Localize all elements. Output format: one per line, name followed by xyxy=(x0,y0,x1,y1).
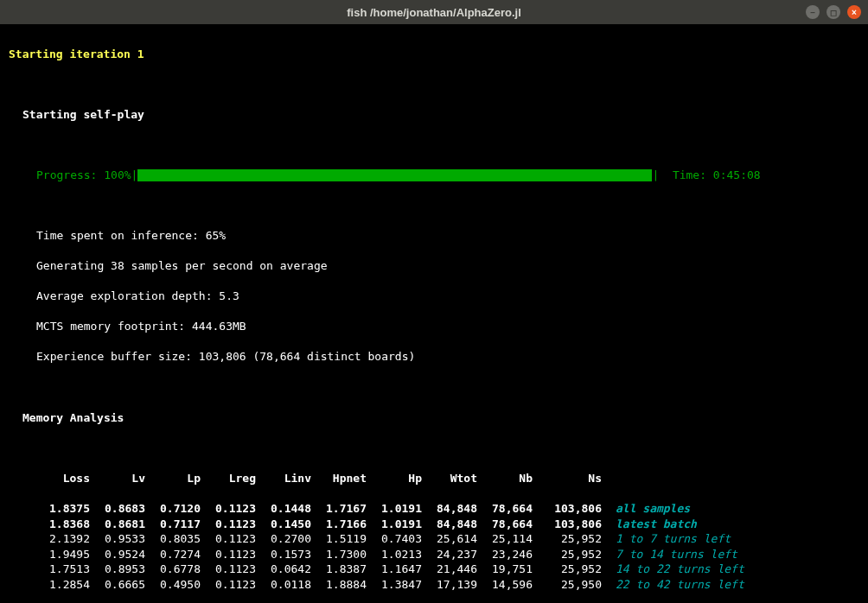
column-header: Ns xyxy=(533,471,602,486)
column-header: Hp xyxy=(367,471,422,486)
table-row: 1.75130.89530.67780.11230.06421.83871.16… xyxy=(9,562,859,577)
cell: 0.1573 xyxy=(256,547,311,562)
samples-stat: Generating 38 samples per second on aver… xyxy=(9,258,859,274)
column-header: Lp xyxy=(145,471,201,486)
column-header: Linv xyxy=(256,471,311,486)
cell: 0.8035 xyxy=(145,531,201,547)
column-header: Lv xyxy=(90,471,145,486)
column-header: Lreg xyxy=(201,471,256,486)
cell: 23,246 xyxy=(477,547,533,562)
cell: 2.1392 xyxy=(36,531,90,547)
cell: 1.7300 xyxy=(311,547,367,562)
row-note: 1 to 7 turns left xyxy=(602,531,731,547)
cell: 1.8375 xyxy=(36,501,90,517)
cell: 1.0191 xyxy=(367,517,422,532)
table-row: 1.83750.86830.71200.11230.14481.71671.01… xyxy=(9,501,859,517)
terminal-output: Starting iteration 1 Starting self-play … xyxy=(0,24,868,603)
cell: 24,237 xyxy=(422,547,477,562)
cell: 1.8387 xyxy=(311,562,367,577)
cell: 78,664 xyxy=(477,501,533,517)
cell: 1.7166 xyxy=(311,517,367,532)
row-note: 7 to 14 turns left xyxy=(602,547,737,562)
cell: 0.8953 xyxy=(90,562,145,577)
cell: 0.1123 xyxy=(201,501,256,517)
window-controls: – ◻ × xyxy=(806,5,861,19)
cell: 0.1450 xyxy=(256,517,311,532)
cell: 25,952 xyxy=(533,531,602,547)
row-note: all samples xyxy=(602,501,690,517)
cell: 0.9524 xyxy=(90,547,145,562)
row-note: 14 to 22 turns left xyxy=(602,562,744,577)
cell: 1.8884 xyxy=(311,577,367,593)
cell: 103,806 xyxy=(533,517,602,532)
cell: 0.8683 xyxy=(90,501,145,517)
cell: 1.0191 xyxy=(367,501,422,517)
row-note: 22 to 42 turns left xyxy=(602,577,744,593)
cell: 103,806 xyxy=(533,501,602,517)
cell: 1.8368 xyxy=(36,517,90,532)
cell: 1.3847 xyxy=(367,577,422,593)
cell: 1.2854 xyxy=(36,577,90,593)
cell: 78,664 xyxy=(477,517,533,532)
inference-stat: Time spent on inference: 65% xyxy=(9,228,859,244)
selfplay-progress-row: Progress: 100%|| Time: 0:45:08 xyxy=(9,168,859,183)
cell: 1.5119 xyxy=(311,531,367,547)
cell: 0.1123 xyxy=(201,562,256,577)
table-row: 1.83680.86810.71170.11230.14501.71661.01… xyxy=(9,517,859,532)
progress-time: Time: 0:45:08 xyxy=(673,168,761,181)
cell: 0.0118 xyxy=(256,577,311,593)
cell: 1.9495 xyxy=(36,547,90,562)
column-header: Wtot xyxy=(422,471,477,486)
cell: 0.6778 xyxy=(145,562,201,577)
mcts-stat: MCTS memory footprint: 444.63MB xyxy=(9,319,859,334)
cell: 25,114 xyxy=(477,531,533,547)
column-header: Hpnet xyxy=(311,471,367,486)
cell: 1.7513 xyxy=(36,562,90,577)
cell: 84,848 xyxy=(422,501,477,517)
cell: 0.7120 xyxy=(145,501,201,517)
selfplay-header: Starting self-play xyxy=(9,107,859,123)
column-header: Nb xyxy=(477,471,533,486)
cell: 21,446 xyxy=(422,562,477,577)
cell: 1.0213 xyxy=(367,547,422,562)
cell: 17,139 xyxy=(422,577,477,593)
memory-table-header: LossLvLpLregLinvHpnetHpWtotNbNs xyxy=(9,471,859,486)
cell: 0.1123 xyxy=(201,547,256,562)
close-button[interactable]: × xyxy=(847,5,861,19)
iteration-header: Starting iteration 1 xyxy=(9,47,859,62)
cell: 25,952 xyxy=(533,562,602,577)
cell: 0.1123 xyxy=(201,517,256,532)
cell: 19,751 xyxy=(477,562,533,577)
buffer-stat: Experience buffer size: 103,806 (78,664 … xyxy=(9,349,859,365)
cell: 0.9533 xyxy=(90,531,145,547)
progress-label: Progress: 100% xyxy=(36,168,131,181)
cell: 0.7403 xyxy=(367,531,422,547)
cell: 0.4950 xyxy=(145,577,201,593)
cell: 1.1647 xyxy=(367,562,422,577)
cell: 1.7167 xyxy=(311,501,367,517)
cell: 0.1448 xyxy=(256,501,311,517)
memory-header: Memory Analysis xyxy=(9,410,859,426)
cell: 0.8681 xyxy=(90,517,145,532)
window-title-bar: fish /home/jonathan/AlphaZero.jl – ◻ × xyxy=(0,0,868,24)
cell: 0.1123 xyxy=(201,577,256,593)
table-row: 2.13920.95330.80350.11230.27001.51190.74… xyxy=(9,531,859,547)
depth-stat: Average exploration depth: 5.3 xyxy=(9,289,859,304)
table-row: 1.94950.95240.72740.11230.15731.73001.02… xyxy=(9,547,859,562)
cell: 84,848 xyxy=(422,517,477,532)
cell: 0.2700 xyxy=(256,531,311,547)
progress-bar xyxy=(137,169,652,181)
minimize-button[interactable]: – xyxy=(806,5,820,19)
cell: 0.1123 xyxy=(201,531,256,547)
table-row: 1.28540.66650.49500.11230.01181.88841.38… xyxy=(9,577,859,593)
column-header: Loss xyxy=(36,471,90,486)
cell: 25,952 xyxy=(533,547,602,562)
cell: 0.7274 xyxy=(145,547,201,562)
maximize-button[interactable]: ◻ xyxy=(827,5,840,19)
cell: 25,950 xyxy=(533,577,602,593)
window-title: fish /home/jonathan/AlphaZero.jl xyxy=(347,6,521,19)
cell: 0.7117 xyxy=(145,517,201,532)
cell: 0.0642 xyxy=(256,562,311,577)
row-note: latest batch xyxy=(602,517,697,532)
cell: 0.6665 xyxy=(90,577,145,593)
